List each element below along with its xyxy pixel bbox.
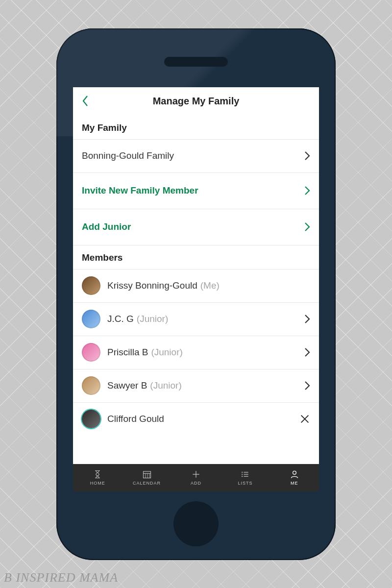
avatar	[82, 410, 100, 428]
plus-icon	[191, 469, 201, 479]
back-button[interactable]	[78, 94, 93, 108]
tab-bar: HOME CALENDAR ADD LISTS ME	[73, 464, 319, 491]
members-list: Krissy Bonning-Gould(Me)J.C. G(Junior)Pr…	[73, 269, 319, 436]
member-suffix: (Junior)	[137, 314, 168, 324]
svg-point-9	[242, 472, 243, 473]
avatar	[82, 343, 100, 362]
member-row[interactable]: J.C. G(Junior)	[73, 302, 319, 336]
person-icon	[289, 469, 300, 479]
svg-point-15	[293, 471, 296, 474]
app-screen: Manage My Family My Family Bonning-Gould…	[73, 87, 319, 491]
member-label: J.C. G(Junior)	[107, 314, 304, 324]
watermark: B Inspired Mama	[4, 570, 118, 585]
tab-add[interactable]: ADD	[172, 464, 220, 491]
family-name-row[interactable]: Bonning-Gould Family	[73, 139, 319, 172]
chevron-right-icon	[304, 186, 310, 196]
svg-point-10	[242, 474, 243, 475]
list-icon	[240, 469, 250, 479]
add-junior-row[interactable]: Add Junior	[73, 209, 319, 245]
hourglass-icon	[92, 469, 103, 479]
content: My Family Bonning-Gould Family Invite Ne…	[73, 116, 319, 464]
tab-me[interactable]: ME	[270, 464, 319, 491]
close-icon[interactable]	[299, 414, 310, 424]
section-title-my-family: My Family	[73, 116, 319, 139]
chevron-right-icon	[304, 151, 310, 161]
chevron-right-icon	[304, 314, 310, 324]
member-row[interactable]: Clifford Gould	[73, 402, 319, 436]
tab-label: ME	[291, 481, 298, 486]
calendar-icon	[142, 469, 152, 479]
chevron-right-icon	[304, 347, 310, 357]
member-suffix: (Junior)	[150, 380, 181, 391]
member-name: Sawyer B	[107, 380, 147, 391]
member-label: Clifford Gould	[107, 414, 299, 424]
chevron-right-icon	[304, 222, 310, 232]
phone-home-button[interactable]	[173, 501, 219, 546]
member-label: Krissy Bonning-Gould(Me)	[107, 280, 310, 291]
member-suffix: (Junior)	[151, 347, 182, 358]
add-junior-label: Add Junior	[82, 221, 131, 232]
tab-label: ADD	[191, 481, 201, 486]
tab-calendar[interactable]: CALENDAR	[122, 464, 171, 491]
tab-label: HOME	[90, 481, 105, 486]
member-row[interactable]: Sawyer B(Junior)	[73, 369, 319, 402]
family-name-label: Bonning-Gould Family	[82, 150, 174, 161]
member-suffix: (Me)	[200, 280, 220, 291]
phone-frame: Manage My Family My Family Bonning-Gould…	[56, 28, 336, 560]
member-name: Clifford Gould	[107, 414, 164, 424]
avatar	[82, 376, 100, 395]
member-label: Priscilla B(Junior)	[107, 347, 304, 358]
member-row: Krissy Bonning-Gould(Me)	[73, 269, 319, 302]
member-name: J.C. G	[107, 314, 134, 324]
header: Manage My Family	[73, 87, 319, 116]
invite-member-row[interactable]: Invite New Family Member	[73, 172, 319, 209]
tab-home[interactable]: HOME	[73, 464, 122, 491]
avatar	[82, 276, 100, 295]
phone-speaker	[164, 57, 228, 67]
invite-member-label: Invite New Family Member	[82, 185, 198, 196]
member-label: Sawyer B(Junior)	[107, 380, 304, 391]
tab-lists[interactable]: LISTS	[220, 464, 270, 491]
avatar	[82, 310, 100, 328]
page-title: Manage My Family	[73, 96, 319, 107]
member-name: Priscilla B	[107, 347, 148, 358]
member-name: Krissy Bonning-Gould	[107, 280, 197, 291]
chevron-left-icon	[81, 95, 89, 107]
section-title-members: Members	[73, 245, 319, 269]
member-row[interactable]: Priscilla B(Junior)	[73, 336, 319, 369]
tab-label: LISTS	[238, 481, 252, 486]
chevron-right-icon	[304, 381, 310, 391]
tab-label: CALENDAR	[133, 481, 161, 486]
svg-point-11	[242, 476, 243, 477]
